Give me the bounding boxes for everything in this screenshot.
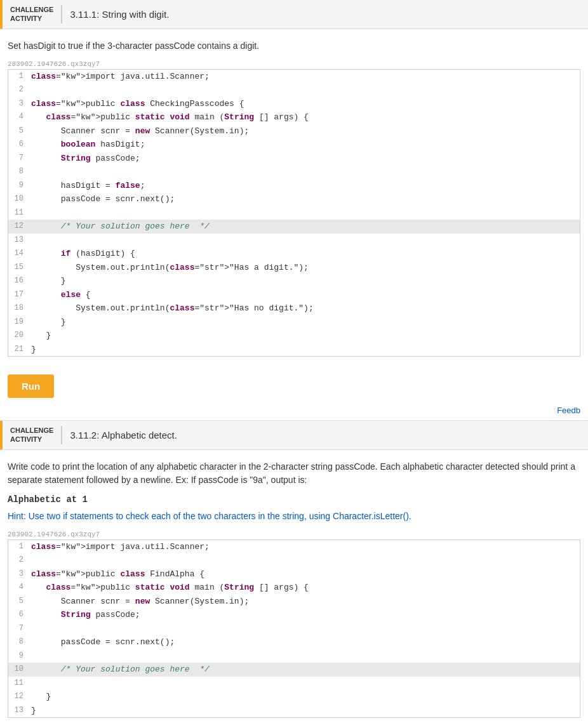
code-line: 4 class="kw">public static void main (St… [8,110,580,124]
challenge-example-2: Alphabetic at 1 [8,494,580,505]
challenge-description-1: Set hasDigit to true if the 3-character … [8,39,580,53]
code-line: 10 passCode = scnr.next(); [8,192,580,206]
file-id-1: 283902.1947626.qx3zqy7 [8,60,580,68]
code-line: 7 String passCode; [8,152,580,166]
code-line: 8 passCode = scnr.next(); [8,635,580,649]
code-line: 16 } [8,274,580,288]
challenge-body-2: Write code to print the location of any … [0,450,588,728]
challenge-label-2: CHALLENGEACTIVITY [10,426,62,444]
code-line: 5 Scanner scnr = new Scanner(System.in); [8,124,580,138]
code-line: 3class="kw">public class CheckingPasscod… [8,97,580,111]
challenge-title-1: 3.11.1: String with digit. [70,9,169,20]
code-line: 2 [8,83,580,97]
challenge-section-2: CHALLENGEACTIVITY 3.11.2: Alphabetic det… [0,421,588,728]
challenge-section-1: CHALLENGEACTIVITY 3.11.1: String with di… [0,0,588,420]
challenge-description-2: Write code to print the location of any … [8,460,580,487]
code-editor-1[interactable]: 1class="kw">import java.util.Scanner;2 3… [8,69,580,357]
code-line: 21} [8,343,580,357]
file-id-2: 283902.1947626.qx3zqy7 [8,531,580,538]
code-line: 14 if (hasDigit) { [8,247,580,261]
code-line: 7 [8,622,580,636]
code-line: 5 Scanner scnr = new Scanner(System.in); [8,595,580,609]
challenge-title-2: 3.11.2: Alphabetic detect. [70,430,177,440]
code-line: 1class="kw">import java.util.Scanner; [8,70,580,84]
challenge-hint-2: Hint: Use two if statements to check eac… [8,510,580,523]
code-line: 8 [8,165,580,179]
code-line: 12 } [8,690,580,704]
code-line: 9 hasDigit = false; [8,179,580,193]
code-line: 9 [8,649,580,663]
code-line: 19 } [8,315,580,329]
challenge-body-1: Set hasDigit to true if the 3-character … [0,29,588,370]
code-line: 13 [8,234,580,248]
code-line: 18 System.out.println(class="str">"Has n… [8,301,580,315]
code-line: 11 [8,206,580,220]
code-editor-2[interactable]: 1class="kw">import java.util.Scanner;2 3… [8,539,580,718]
run-button-1[interactable]: Run [8,374,54,398]
code-line: 11 [8,677,580,691]
code-line: 1class="kw">import java.util.Scanner; [8,540,580,554]
code-line: 17 else { [8,288,580,302]
challenge-header-2: CHALLENGEACTIVITY 3.11.2: Alphabetic det… [0,421,588,450]
code-line: 2 [8,553,580,567]
challenge-label-1: CHALLENGEACTIVITY [10,5,62,23]
code-line: 12 /* Your solution goes here */ [8,220,580,234]
code-line: 3class="kw">public class FindAlpha { [8,567,580,581]
code-line: 20 } [8,329,580,343]
code-line: 13} [8,704,580,718]
feedback-link-1[interactable]: Feedb [0,403,588,420]
code-line: 15 System.out.println(class="str">"Has a… [8,261,580,275]
code-line: 10 /* Your solution goes here */ [8,663,580,677]
challenge-header-1: CHALLENGEACTIVITY 3.11.1: String with di… [0,0,588,29]
code-line: 4 class="kw">public static void main (St… [8,581,580,595]
code-line: 6 String passCode; [8,608,580,622]
code-line: 6 boolean hasDigit; [8,138,580,152]
